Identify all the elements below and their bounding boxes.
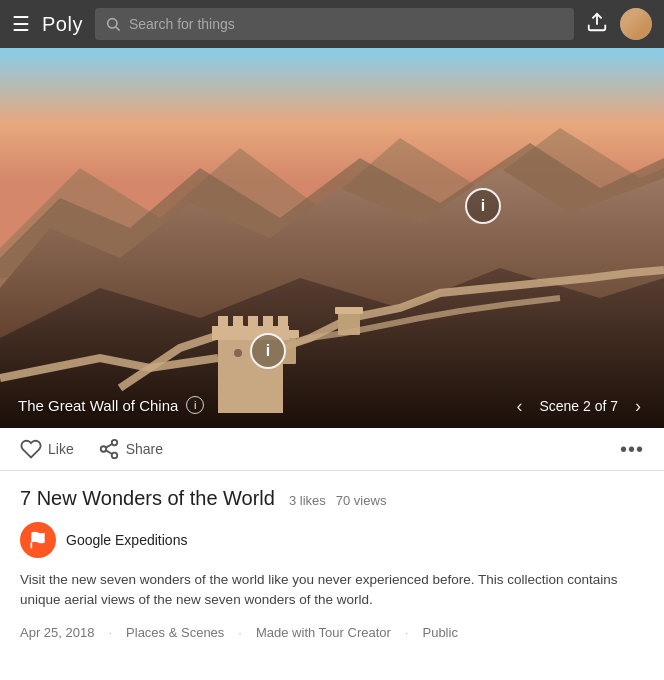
author-avatar[interactable] <box>20 522 56 558</box>
content-stats: 3 likes 70 views <box>289 493 386 508</box>
svg-point-0 <box>108 19 117 28</box>
share-icon <box>98 438 120 460</box>
upload-icon[interactable] <box>586 11 608 38</box>
scene-navigation: ‹ Scene 2 of 7 › <box>505 392 652 420</box>
author-row: Google Expeditions <box>20 522 644 558</box>
scene-label: The Great Wall of China i <box>18 396 204 414</box>
scene-title: The Great Wall of China <box>18 397 178 414</box>
info-hotspot-2[interactable]: i <box>250 333 286 369</box>
actions-bar: Like Share ••• <box>0 428 664 471</box>
separator-3: · <box>405 625 409 640</box>
info-hotspot-1[interactable]: i <box>465 188 501 224</box>
heart-icon <box>20 438 42 460</box>
prev-scene-button[interactable]: ‹ <box>505 392 533 420</box>
svg-rect-14 <box>218 316 228 328</box>
content-area: 7 New Wonders of the World 3 likes 70 vi… <box>0 471 664 652</box>
made-with-tag[interactable]: Made with Tour Creator <box>256 625 391 640</box>
flag-icon <box>28 530 48 550</box>
title-row: 7 New Wonders of the World 3 likes 70 vi… <box>20 487 644 510</box>
share-button[interactable]: Share <box>98 438 163 460</box>
svg-rect-17 <box>263 316 273 328</box>
avatar-image <box>620 8 652 40</box>
logo: Poly <box>42 13 83 36</box>
scene-viewer: i i The Great Wall of China i ‹ Scene 2 … <box>0 48 664 428</box>
search-icon <box>105 16 121 32</box>
footer-metadata: Apr 25, 2018 · Places & Scenes · Made wi… <box>20 625 644 640</box>
separator-2: · <box>238 625 242 640</box>
svg-rect-18 <box>278 316 288 328</box>
more-options-button[interactable]: ••• <box>620 439 644 459</box>
svg-point-21 <box>100 446 106 452</box>
svg-rect-11 <box>335 307 363 314</box>
svg-line-23 <box>106 450 112 454</box>
menu-icon[interactable]: ☰ <box>12 12 30 36</box>
svg-point-20 <box>111 440 117 446</box>
next-scene-button[interactable]: › <box>624 392 652 420</box>
svg-rect-16 <box>248 316 258 328</box>
scene-info-icon[interactable]: i <box>186 396 204 414</box>
svg-point-19 <box>234 349 242 357</box>
collection-title: 7 New Wonders of the World <box>20 487 275 510</box>
views-count: 70 views <box>336 493 387 508</box>
scene-counter: Scene 2 of 7 <box>539 398 618 414</box>
svg-rect-15 <box>233 316 243 328</box>
author-name[interactable]: Google Expeditions <box>66 532 187 548</box>
likes-count: 3 likes <box>289 493 326 508</box>
avatar[interactable] <box>620 8 652 40</box>
header-actions <box>586 8 652 40</box>
search-bar[interactable] <box>95 8 574 40</box>
visibility-tag: Public <box>422 625 457 640</box>
svg-line-24 <box>106 444 112 448</box>
svg-point-22 <box>111 453 117 459</box>
publish-date: Apr 25, 2018 <box>20 625 94 640</box>
like-button[interactable]: Like <box>20 438 74 460</box>
header: ☰ Poly <box>0 0 664 48</box>
separator-1: · <box>108 625 112 640</box>
scene-background <box>0 48 664 428</box>
search-input[interactable] <box>129 16 564 32</box>
description-text: Visit the new seven wonders of the world… <box>20 570 644 611</box>
category-tag[interactable]: Places & Scenes <box>126 625 224 640</box>
svg-line-1 <box>116 27 120 31</box>
